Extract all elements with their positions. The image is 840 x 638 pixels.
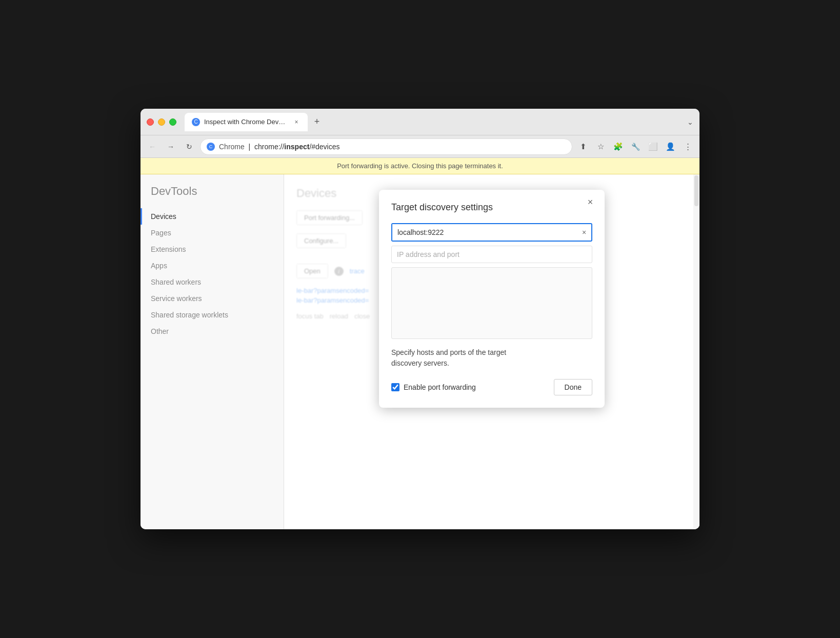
reload-button[interactable]: ↻ bbox=[182, 139, 197, 154]
main-content: DevTools Devices Pages Extensions Apps S… bbox=[141, 174, 699, 529]
host-port-input[interactable] bbox=[392, 224, 577, 241]
placeholder-text: IP address and port bbox=[397, 250, 459, 258]
warning-banner: Port forwarding is active. Closing this … bbox=[141, 158, 699, 174]
sidebar-item-pages[interactable]: Pages bbox=[141, 225, 284, 241]
tab-list-chevron-icon[interactable]: ⌄ bbox=[687, 118, 693, 126]
toolbar-icons: ⬆ ☆ 🧩 🔧 ⬜ 👤 ⋮ bbox=[575, 139, 695, 154]
sidebar-item-other[interactable]: Other bbox=[141, 323, 284, 340]
url-bar[interactable]: C Chrome | chrome://inspect/#devices bbox=[200, 138, 572, 155]
site-icon: C bbox=[207, 143, 215, 151]
sidebar-item-extensions[interactable]: Extensions bbox=[141, 241, 284, 257]
tab-favicon-icon: C bbox=[192, 118, 200, 126]
minimize-window-button[interactable] bbox=[158, 118, 165, 126]
modal-input-row: × bbox=[391, 223, 592, 242]
extensions-icon[interactable]: 🧩 bbox=[610, 139, 626, 154]
sidebar-item-shared-workers[interactable]: Shared workers bbox=[141, 274, 284, 290]
menu-icon[interactable]: ⋮ bbox=[680, 139, 695, 154]
back-button[interactable]: ← bbox=[145, 139, 160, 154]
sidebar-nav: Devices Pages Extensions Apps Shared wor… bbox=[141, 208, 284, 340]
content-area: Devices Port forwarding... Configure... … bbox=[284, 174, 699, 529]
new-tab-button[interactable]: + bbox=[310, 115, 324, 129]
url-text: Chrome | chrome://inspect/#devices bbox=[219, 143, 340, 151]
warning-text: Port forwarding is active. Closing this … bbox=[337, 162, 503, 170]
enable-port-forwarding-text: Enable port forwarding bbox=[404, 383, 476, 391]
input-clear-button[interactable]: × bbox=[577, 225, 591, 240]
sidebar-title: DevTools bbox=[141, 185, 284, 208]
enable-port-forwarding-label[interactable]: Enable port forwarding bbox=[391, 383, 548, 391]
split-view-icon[interactable]: ⬜ bbox=[645, 139, 661, 154]
placeholder-row: IP address and port bbox=[391, 246, 592, 263]
sidebar-item-service-workers[interactable]: Service workers bbox=[141, 290, 284, 307]
sidebar-item-devices[interactable]: Devices bbox=[141, 208, 284, 225]
maximize-window-button[interactable] bbox=[169, 118, 176, 126]
browser-window: C Inspect with Chrome Develope × + ⌄ ← →… bbox=[141, 109, 699, 529]
devtools-icon[interactable]: 🔧 bbox=[628, 139, 643, 154]
forward-button[interactable]: → bbox=[163, 139, 178, 154]
profile-icon[interactable]: 👤 bbox=[663, 139, 678, 154]
tab-close-button[interactable]: × bbox=[292, 118, 301, 126]
modal-overlay: × Target discovery settings × IP address… bbox=[284, 174, 699, 529]
modal-title: Target discovery settings bbox=[391, 202, 592, 213]
tab-bar: C Inspect with Chrome Develope × + ⌄ bbox=[185, 113, 693, 131]
host-list-area bbox=[391, 267, 592, 339]
modal-close-button[interactable]: × bbox=[584, 196, 596, 208]
active-tab[interactable]: C Inspect with Chrome Develope × bbox=[185, 113, 308, 131]
address-bar: ← → ↻ C Chrome | chrome://inspect/#devic… bbox=[141, 135, 699, 158]
done-button[interactable]: Done bbox=[554, 379, 592, 395]
enable-port-forwarding-checkbox[interactable] bbox=[391, 383, 399, 391]
modal-footer: Enable port forwarding Done bbox=[391, 379, 592, 395]
sidebar: DevTools Devices Pages Extensions Apps S… bbox=[141, 174, 284, 529]
share-icon[interactable]: ⬆ bbox=[575, 139, 591, 154]
close-window-button[interactable] bbox=[147, 118, 154, 126]
target-discovery-modal: × Target discovery settings × IP address… bbox=[379, 190, 605, 408]
title-bar: C Inspect with Chrome Develope × + ⌄ bbox=[141, 109, 699, 135]
tab-title: Inspect with Chrome Develope bbox=[204, 118, 288, 126]
traffic-lights bbox=[147, 118, 176, 126]
modal-description: Specify hosts and ports of the targetdis… bbox=[391, 347, 592, 369]
bookmark-icon[interactable]: ☆ bbox=[593, 139, 608, 154]
sidebar-item-shared-storage-worklets[interactable]: Shared storage worklets bbox=[141, 307, 284, 323]
sidebar-item-apps[interactable]: Apps bbox=[141, 257, 284, 274]
